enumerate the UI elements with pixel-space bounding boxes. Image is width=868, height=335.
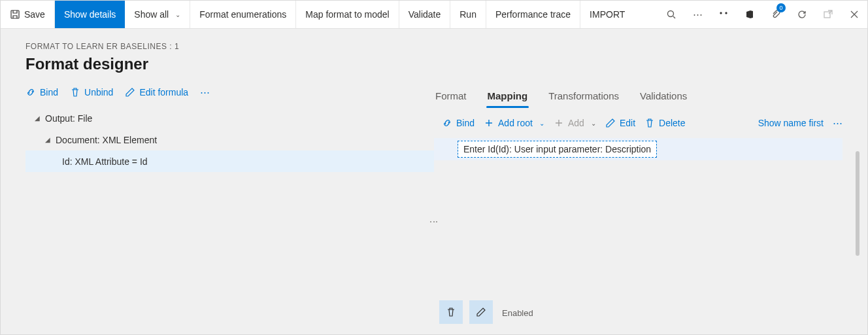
more-icon: ⋯	[833, 117, 843, 129]
refresh-icon	[797, 9, 807, 20]
right-actions: Bind Add root ⌄ Add ⌄ Edit	[434, 109, 843, 138]
more-icon: ⋯	[693, 9, 703, 20]
tree-node-id[interactable]: Id: XML Attribute = Id	[25, 150, 434, 172]
more-right-button[interactable]: ⋯	[833, 117, 843, 129]
breadcrumb: FORMAT TO LEARN ER BASELINES : 1	[25, 42, 843, 51]
office-icon	[744, 9, 755, 20]
open-icon	[823, 9, 833, 20]
collapse-icon[interactable]: ◢	[42, 135, 53, 145]
run-button[interactable]: Run	[450, 1, 486, 28]
toolbar-right: ⋯ 0	[658, 1, 867, 28]
bind-button[interactable]: Bind	[25, 87, 58, 97]
close-button[interactable]	[841, 1, 867, 29]
mapping-value: Enter Id(Id): User input parameter: Desc…	[458, 141, 657, 158]
unbind-button[interactable]: Unbind	[70, 87, 113, 97]
svg-rect-0	[11, 10, 19, 18]
diamond-icon	[718, 9, 729, 20]
pencil-icon	[125, 87, 135, 97]
diamond-button[interactable]	[710, 1, 737, 29]
chevron-down-icon: ⌄	[539, 120, 544, 127]
svg-rect-2	[824, 12, 830, 18]
edit-button[interactable]: Edit	[605, 118, 635, 128]
tab-validations[interactable]: Validations	[639, 88, 688, 109]
more-icon: ⋯	[200, 86, 210, 98]
show-all-label: Show all	[134, 9, 169, 20]
show-all-dropdown[interactable]: Show all ⌄	[125, 1, 190, 28]
tab-transformations[interactable]: Transformations	[547, 88, 620, 109]
footer-delete-button[interactable]	[439, 300, 463, 324]
left-pane: Bind Unbind Edit formula ⋯ ◢ Output: Fil…	[25, 82, 434, 334]
delete-button[interactable]: Delete	[644, 118, 685, 128]
close-icon	[850, 10, 859, 19]
show-details-label: Show details	[64, 9, 116, 20]
enabled-label: Enabled	[502, 308, 533, 318]
tree-node-output[interactable]: ◢ Output: File	[25, 107, 434, 129]
chevron-down-icon: ⌄	[175, 11, 180, 18]
trash-icon	[644, 118, 655, 128]
link-icon	[442, 118, 452, 128]
mapping-row[interactable]: Enter Id(Id): User input parameter: Desc…	[434, 138, 843, 160]
import-button[interactable]: IMPORT	[580, 1, 634, 28]
open-button[interactable]	[815, 1, 841, 29]
trash-icon	[446, 307, 456, 317]
map-format-button[interactable]: Map format to model	[296, 1, 399, 28]
spacer	[634, 1, 658, 28]
show-details-button[interactable]: Show details	[55, 1, 125, 28]
add-button: Add ⌄	[554, 118, 596, 128]
left-actions: Bind Unbind Edit formula ⋯	[25, 82, 434, 107]
more-button[interactable]: ⋯	[684, 1, 710, 29]
tree-node-document[interactable]: ◢ Document: XML Element	[25, 129, 434, 150]
plus-icon	[484, 118, 494, 128]
format-tree: ◢ Output: File ◢ Document: XML Element I…	[25, 107, 434, 172]
tab-format[interactable]: Format	[434, 88, 468, 109]
search-icon	[666, 9, 676, 20]
plus-icon	[554, 118, 564, 128]
save-icon	[10, 9, 20, 20]
scrollbar[interactable]	[856, 151, 860, 256]
pencil-icon	[476, 307, 486, 317]
refresh-button[interactable]	[789, 1, 815, 29]
badge-count: 0	[776, 3, 786, 12]
tab-mapping[interactable]: Mapping	[486, 88, 529, 109]
link-icon	[25, 87, 36, 97]
validate-button[interactable]: Validate	[399, 1, 451, 28]
footer-edit-button[interactable]	[469, 300, 493, 324]
save-button[interactable]: Save	[1, 1, 55, 28]
office-button[interactable]	[737, 1, 763, 29]
svg-point-1	[668, 11, 674, 17]
collapse-icon[interactable]: ◢	[32, 113, 42, 124]
save-label: Save	[24, 9, 45, 20]
right-tabs: Format Mapping Transformations Validatio…	[434, 82, 843, 109]
more-left-button[interactable]: ⋯	[200, 86, 210, 98]
right-pane: Format Mapping Transformations Validatio…	[434, 82, 843, 334]
edit-formula-button[interactable]: Edit formula	[125, 87, 188, 97]
chevron-down-icon: ⌄	[591, 120, 596, 127]
page-title: Format designer	[25, 55, 843, 73]
footer-row: Enabled	[439, 296, 843, 334]
search-button[interactable]	[658, 1, 684, 29]
content-area: FORMAT TO LEARN ER BASELINES : 1 Format …	[1, 29, 867, 334]
trash-icon	[70, 87, 80, 97]
attachment-button[interactable]: 0	[763, 1, 789, 29]
format-enumerations-button[interactable]: Format enumerations	[190, 1, 296, 28]
top-toolbar: Save Show details Show all ⌄ Format enum…	[1, 1, 867, 29]
right-bind-button[interactable]: Bind	[442, 118, 475, 128]
add-root-button[interactable]: Add root ⌄	[484, 118, 544, 128]
pencil-icon	[605, 118, 616, 128]
performance-trace-button[interactable]: Performance trace	[486, 1, 580, 28]
show-name-first-link[interactable]: Show name first	[758, 118, 824, 128]
split-panes: Bind Unbind Edit formula ⋯ ◢ Output: Fil…	[25, 82, 843, 334]
